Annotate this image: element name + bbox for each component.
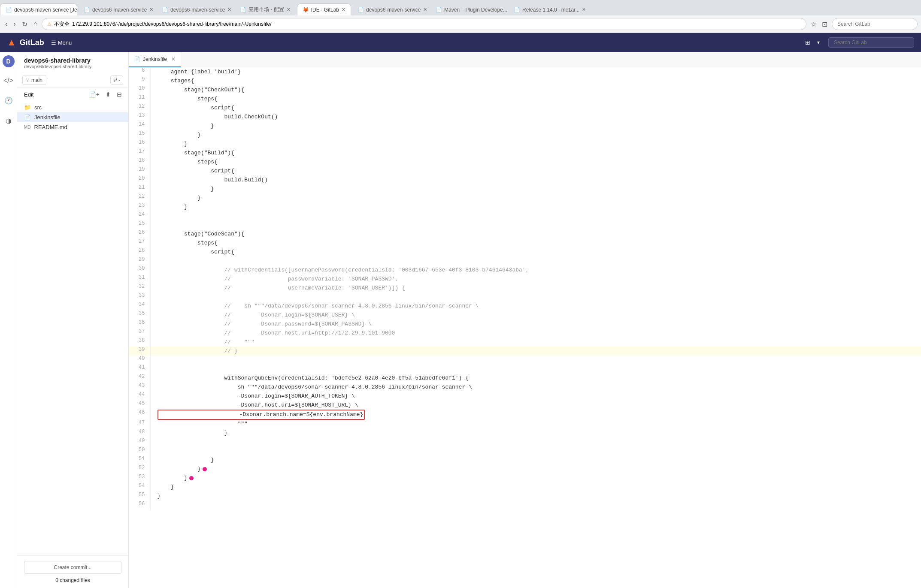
- line-code-17: stage("Build"){: [150, 148, 921, 157]
- code-line-25: 25: [129, 220, 921, 229]
- code-line-53: 53 }: [129, 474, 921, 483]
- changes-icon[interactable]: ◑: [3, 114, 14, 127]
- line-code-47: """: [150, 420, 921, 429]
- tab-2[interactable]: 📄 devops6-maven-service ✕: [78, 3, 155, 15]
- file-item-jenkinsfile[interactable]: 📄 Jenkinsfile: [17, 112, 128, 122]
- line-code-9: stages{: [150, 76, 921, 85]
- forward-button[interactable]: ›: [12, 18, 17, 30]
- address-bar[interactable]: ⚠ 不安全 172.29.9.101:8076/-/ide/project/de…: [42, 18, 806, 30]
- tab-close-8[interactable]: ✕: [582, 7, 585, 12]
- tab-8[interactable]: 📄 Release 1.14.0 · mc1ar... ✕: [508, 3, 585, 15]
- line-number-24: 24: [129, 211, 150, 220]
- line-number-47: 47: [129, 420, 150, 429]
- highlighted-code-box: -Dsonar.branch.name=${env.branchName}: [158, 410, 365, 420]
- code-line-24: 24: [129, 211, 921, 220]
- line-number-38: 38: [129, 338, 150, 347]
- line-code-45: -Dsonar.host.url=${SONAR_HOST_URL} \: [150, 401, 921, 410]
- code-line-49: 49: [129, 438, 921, 447]
- line-number-23: 23: [129, 202, 150, 211]
- file-item-src[interactable]: 📁 src: [17, 103, 128, 112]
- line-number-52: 52: [129, 465, 150, 474]
- tab-bar: 📄 devops6-maven-service [Je... ✕ 📄 devop…: [0, 0, 921, 15]
- line-code-18: steps{: [150, 157, 921, 166]
- line-code-42: withSonarQubeEnv(credentialsId: 'bdefe5e…: [150, 374, 921, 383]
- code-line-56: 56: [129, 501, 921, 510]
- line-number-53: 53: [129, 474, 150, 483]
- line-code-40: [150, 356, 921, 365]
- line-code-26: stage("CodeScan"){: [150, 229, 921, 238]
- tab-close-3[interactable]: ✕: [227, 7, 231, 12]
- tab-label-4: 应用市场 - 配置: [248, 6, 284, 13]
- editor-tab-jenkinsfile[interactable]: 📄 Jenkinsfile ✕: [129, 52, 181, 67]
- search-input[interactable]: [828, 37, 914, 48]
- browser-search-input[interactable]: [832, 18, 918, 30]
- back-button[interactable]: ‹: [3, 18, 9, 30]
- bookmark-button[interactable]: ☆: [809, 18, 818, 30]
- line-number-43: 43: [129, 383, 150, 392]
- history-icon[interactable]: 🕐: [2, 94, 15, 107]
- line-code-55: }: [150, 492, 921, 501]
- upload-button[interactable]: ⬆: [104, 90, 112, 99]
- tab-favicon-7: 📄: [436, 7, 442, 13]
- line-code-12: script{: [150, 103, 921, 112]
- chevron-down-icon[interactable]: ▾: [815, 38, 821, 47]
- tab-favicon-3: 📄: [162, 7, 168, 13]
- code-line-44: 44 -Dsonar.login=${SONAR_AUTH_TOKEN} \: [129, 392, 921, 401]
- line-code-38: // """: [150, 338, 921, 347]
- create-commit-button[interactable]: Create commit...: [24, 561, 121, 574]
- branch-swap-button[interactable]: ⇄ -: [110, 75, 123, 84]
- tab-close-4[interactable]: ✕: [287, 7, 291, 12]
- code-line-37: 37 // -Dsonar.host.url=http://172.29.9.1…: [129, 329, 921, 338]
- code-line-29: 29: [129, 256, 921, 265]
- tab-1[interactable]: 📄 devops6-maven-service [Je... ✕: [0, 3, 77, 15]
- line-code-15: }: [150, 130, 921, 139]
- home-button[interactable]: ⌂: [32, 18, 39, 30]
- line-number-13: 13: [129, 112, 150, 121]
- tab-close-6[interactable]: ✕: [423, 7, 427, 12]
- file-item-readme[interactable]: MD README.md: [17, 122, 128, 132]
- tab-favicon-2: 📄: [84, 7, 90, 13]
- code-line-16: 16 }: [129, 139, 921, 148]
- collapse-button[interactable]: ⊟: [115, 90, 123, 99]
- line-number-27: 27: [129, 238, 150, 247]
- code-line-39: 39 // }: [129, 347, 921, 356]
- extensions-button[interactable]: ⊡: [820, 18, 829, 30]
- grid-button[interactable]: ⊞: [803, 37, 812, 48]
- code-line-42: 42 withSonarQubeEnv(credentialsId: 'bdef…: [129, 374, 921, 383]
- repo-path: devops6/devops6-shared-library: [24, 64, 121, 69]
- gitlab-logo-text: GitLab: [20, 38, 44, 47]
- tab-3[interactable]: 📄 devops6-maven-service ✕: [156, 3, 233, 15]
- code-line-55: 55}: [129, 492, 921, 501]
- code-line-18: 18 steps{: [129, 157, 921, 166]
- line-code-50: [150, 447, 921, 456]
- tab-4[interactable]: 📄 应用市场 - 配置 ✕: [234, 3, 296, 15]
- line-number-49: 49: [129, 438, 150, 447]
- line-code-43: sh """/data/devops6/sonar-scanner-4.8.0.…: [150, 383, 921, 392]
- changed-files-count: 0 changed files: [24, 577, 121, 583]
- new-file-button[interactable]: 📄+: [88, 90, 101, 99]
- line-code-24: [150, 211, 921, 220]
- code-line-8: 8 agent {label 'build'}: [129, 67, 921, 76]
- cursor-marker-2: [189, 476, 194, 480]
- code-line-27: 27 steps{: [129, 238, 921, 247]
- repo-name: devops6-shared-library: [24, 57, 121, 64]
- avatar-button[interactable]: D: [3, 55, 15, 67]
- tab-5[interactable]: 🦊 IDE · GitLab ✕: [297, 3, 351, 15]
- branch-button[interactable]: ⑂ main: [22, 75, 46, 85]
- menu-button[interactable]: ☰ Menu: [51, 39, 72, 46]
- line-code-32: // usernameVariable: 'SONAR_USER')]) {: [150, 283, 921, 292]
- main-area: D </> 🕐 ◑ devops6-shared-library devops6…: [0, 52, 921, 588]
- code-line-21: 21 }: [129, 184, 921, 193]
- jenkinsfile-icon: 📄: [24, 114, 31, 121]
- tab-close-2[interactable]: ✕: [149, 7, 153, 12]
- tab-7[interactable]: 📄 Maven – Plugin Develope... ✕: [430, 3, 507, 15]
- reload-button[interactable]: ↻: [20, 18, 29, 30]
- line-code-49: [150, 438, 921, 447]
- code-icon[interactable]: </>: [1, 74, 16, 87]
- code-line-26: 26 stage("CodeScan"){: [129, 229, 921, 238]
- code-editor[interactable]: 8 agent {label 'build'}9 stages{10 stage…: [129, 67, 921, 588]
- tab-close-5[interactable]: ✕: [342, 7, 345, 12]
- editor-tab-close[interactable]: ✕: [171, 56, 176, 62]
- url-text: 172.29.9.101:8076/-/ide/project/devops6/…: [72, 21, 271, 27]
- tab-6[interactable]: 📄 devops6-maven-service ✕: [352, 3, 429, 15]
